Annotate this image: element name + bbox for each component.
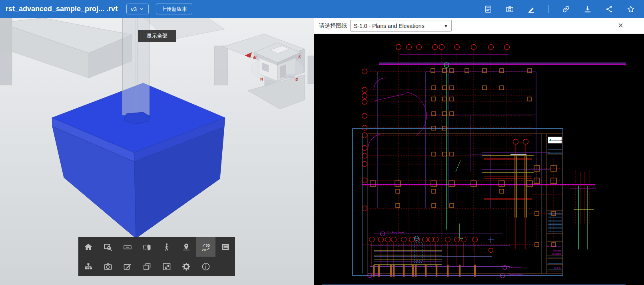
favorite-star-icon[interactable] [626, 5, 635, 14]
markup-button[interactable] [118, 257, 137, 276]
properties-icon[interactable] [484, 5, 492, 14]
viewer-3d[interactable]: W E N S [0, 18, 314, 285]
upload-new-version-button[interactable]: 上传新版本 [156, 4, 192, 14]
select-caret-icon: ▼ [444, 24, 448, 28]
titlebar-actions [484, 5, 635, 14]
toolbar-row-1: 3D2D [78, 237, 235, 257]
version-label: v3 [131, 6, 137, 12]
entry-level-label: 01 - Entry Level [387, 231, 404, 234]
titlebar: rst_advanced_sample_proj... .rvt v3 上传新版… [0, 0, 644, 18]
viewer-toolbar: 3D2D [78, 237, 235, 276]
compare-button[interactable] [137, 257, 157, 276]
version-dropdown[interactable]: v3 [126, 4, 149, 14]
clip-plane-button[interactable] [137, 237, 157, 257]
share-icon[interactable] [605, 5, 614, 14]
settings-button[interactable] [176, 257, 196, 276]
sheet-title-1: Plans and [553, 250, 562, 252]
cad-sheet-view[interactable]: 01 - Entry Level [314, 34, 644, 285]
autodesk-brand: AUTODESK [552, 140, 563, 142]
sheet-list-button[interactable] [215, 237, 235, 257]
cad-drawing: 01 - Entry Level [314, 34, 644, 285]
snapshot-button[interactable] [98, 257, 118, 276]
walkthrough-button[interactable] [157, 237, 176, 257]
map-pin-button[interactable] [176, 237, 196, 257]
mode-2d-label: 2D [202, 248, 206, 252]
show-all-tooltip: 显示全部 [138, 30, 176, 42]
snapshot-camera-icon[interactable] [505, 5, 514, 14]
model-tree-button[interactable] [78, 257, 98, 276]
section-button[interactable] [118, 237, 137, 257]
sheet-panel: 请选择图纸 S-1.0 - Plans and Elevations ▼ × [314, 18, 644, 285]
download-icon[interactable] [583, 5, 592, 14]
toolbar-row-2 [78, 257, 235, 276]
chevron-down-icon [139, 6, 144, 12]
file-title: rst_advanced_sample_proj... .rvt [6, 5, 118, 13]
sheet-select-dropdown[interactable]: S-1.0 - Plans and Elevations ▼ [350, 20, 452, 32]
info-button[interactable] [196, 257, 215, 276]
grade-label: Grade [374, 273, 381, 275]
sheet-number: S-1.0 [554, 267, 560, 269]
detail-legend-label: Detail Legend [508, 273, 523, 275]
mode-3d-label: 3D [205, 243, 210, 247]
mode-3d-2d-toggle[interactable]: 3D2D [196, 237, 215, 257]
sheet-select-value: S-1.0 - Plans and Elevations [354, 23, 425, 29]
zoom-window-button[interactable] [98, 237, 118, 257]
link-icon[interactable] [562, 5, 570, 14]
plan-name-label: Plan Name [509, 266, 521, 269]
sheet-select-label: 请选择图纸 [319, 22, 347, 30]
home-button[interactable] [78, 237, 98, 257]
close-panel-icon[interactable]: × [618, 21, 623, 30]
sheet-panel-header: 请选择图纸 S-1.0 - Plans and Elevations ▼ × [314, 18, 644, 34]
markup-pen-icon[interactable] [527, 5, 536, 14]
titlebar-divider [548, 5, 549, 13]
app-window: rst_advanced_sample_proj... .rvt v3 上传新版… [0, 0, 644, 285]
project-name: Technical School [547, 245, 561, 247]
sheet-title-2: Elevations [552, 253, 562, 255]
fullscreen-button[interactable] [157, 257, 176, 276]
